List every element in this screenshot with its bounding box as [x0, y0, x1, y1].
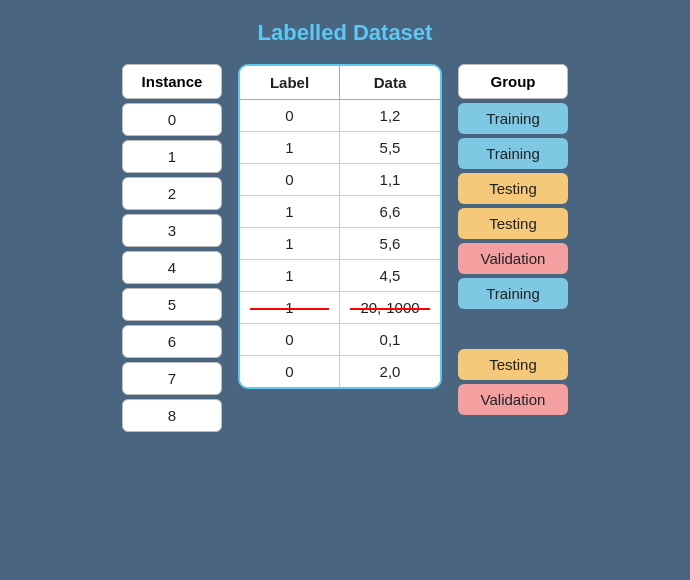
- table-row: 02,0: [240, 356, 440, 387]
- instance-cell: 3: [122, 214, 222, 247]
- group-badge: Testing: [458, 208, 568, 239]
- data-cell: 0,1: [340, 324, 440, 355]
- group-badge: Validation: [458, 384, 568, 415]
- data-cell: 5,5: [340, 132, 440, 163]
- data-cell: 6,6: [340, 196, 440, 227]
- data-cell: 20,-1000: [340, 292, 440, 323]
- table-header-row: Label Data: [240, 66, 440, 100]
- table-row: 15,5: [240, 132, 440, 164]
- label-cell: 0: [240, 100, 340, 131]
- label-cell: 0: [240, 324, 340, 355]
- main-layout: Instance 012345678 Label Data 01,215,501…: [122, 64, 568, 436]
- table-row: 15,6: [240, 228, 440, 260]
- label-header: Label: [240, 66, 340, 99]
- group-badge: Training: [458, 278, 568, 309]
- instance-cell: 8: [122, 399, 222, 432]
- table-row: 01,1: [240, 164, 440, 196]
- group-badge: Training: [458, 138, 568, 169]
- data-cell: 4,5: [340, 260, 440, 291]
- instance-cell: 0: [122, 103, 222, 136]
- instance-header: Instance: [122, 64, 222, 99]
- label-cell: 1: [240, 132, 340, 163]
- instance-cell: 5: [122, 288, 222, 321]
- group-spacer: [458, 313, 568, 345]
- instance-cell: 7: [122, 362, 222, 395]
- table-row: 01,2: [240, 100, 440, 132]
- label-cell: 1: [240, 292, 340, 323]
- label-cell: 0: [240, 356, 340, 387]
- group-badge: Validation: [458, 243, 568, 274]
- group-badge: Testing: [458, 173, 568, 204]
- table-row: 14,5: [240, 260, 440, 292]
- label-cell: 1: [240, 260, 340, 291]
- instance-column: Instance 012345678: [122, 64, 222, 436]
- table-row: 00,1: [240, 324, 440, 356]
- instance-cell: 4: [122, 251, 222, 284]
- label-cell: 1: [240, 228, 340, 259]
- data-cell: 5,6: [340, 228, 440, 259]
- data-cell: 2,0: [340, 356, 440, 387]
- group-badge: Testing: [458, 349, 568, 380]
- label-cell: 1: [240, 196, 340, 227]
- instance-cell: 2: [122, 177, 222, 210]
- label-data-table: Label Data 01,215,501,116,615,614,5120,-…: [238, 64, 442, 389]
- data-cell: 1,1: [340, 164, 440, 195]
- group-column: Group TrainingTrainingTestingTestingVali…: [458, 64, 568, 419]
- label-cell: 0: [240, 164, 340, 195]
- table-row: 16,6: [240, 196, 440, 228]
- instance-cell: 6: [122, 325, 222, 358]
- data-header: Data: [340, 66, 440, 99]
- instance-cell: 1: [122, 140, 222, 173]
- group-badge: Training: [458, 103, 568, 134]
- group-header: Group: [458, 64, 568, 99]
- page-title: Labelled Dataset: [258, 20, 433, 46]
- data-cell: 1,2: [340, 100, 440, 131]
- table-row: 120,-1000: [240, 292, 440, 324]
